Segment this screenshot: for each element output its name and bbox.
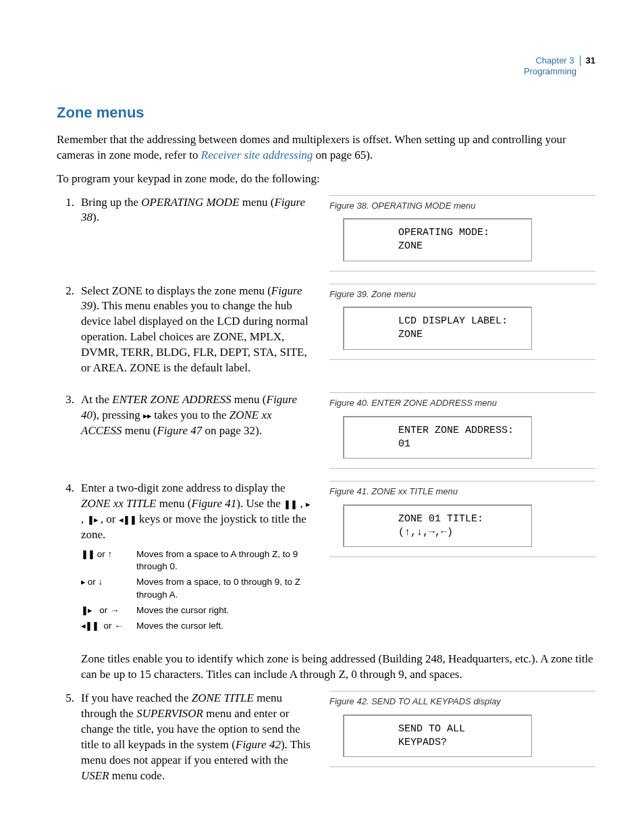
rule	[329, 271, 595, 271]
intro-paragraph: Remember that the addressing between dom…	[57, 132, 595, 163]
figure-40-caption: Figure 40. ENTER ZONE ADDRESS menu	[329, 392, 595, 409]
pause-icon: ❚❚	[284, 499, 297, 509]
section-title: Zone menus	[57, 103, 595, 123]
step-forward-icon: ❚▸	[81, 605, 92, 615]
key-row-left: ◂❚❚ or ← Moves the cursor left.	[81, 620, 313, 632]
figure-42-caption: Figure 42. SEND TO ALL KEYPADS display	[329, 691, 595, 708]
key-row-right: ❚▸ or → Moves the cursor right.	[81, 604, 313, 617]
figure-41-lcd: ZONE 01 TITLE: (↑,↓,→,←)	[343, 504, 532, 548]
rule	[329, 359, 595, 360]
figure-42-lcd: SEND TO ALL KEYPADS?	[343, 714, 532, 758]
figure-38-caption: Figure 38. OPERATING MODE menu	[329, 195, 595, 212]
key-row-down: ▸ or ↓ Moves from a space, to 0 through …	[81, 576, 313, 600]
lead-in: To program your keypad in zone mode, do …	[57, 172, 595, 187]
play-icon: ▸	[81, 577, 85, 587]
figure-41-caption: Figure 41. ZONE xx TITLE menu	[329, 481, 595, 498]
xref-link-receiver-site-addressing[interactable]: Receiver site addressing	[201, 149, 313, 161]
note-paragraph: Zone titles enable you to identify which…	[81, 652, 595, 683]
figure-39-lcd: LCD DISPLAY LABEL: ZONE	[343, 307, 532, 350]
step-5: 5. If you have reached the ZONE TITLE me…	[57, 691, 313, 784]
pause-icon: ❚❚	[81, 549, 95, 559]
running-header: Chapter 3 31 Programming	[524, 55, 595, 78]
step-back-icon: ◂❚❚	[81, 621, 99, 631]
header-chapter: Chapter 3	[535, 55, 574, 66]
step-forward-icon: ❚▸	[87, 515, 98, 525]
header-section: Programming	[524, 66, 595, 77]
rule	[329, 766, 595, 767]
step-1: 1. Bring up the OPERATING MODE menu (Fig…	[57, 195, 313, 226]
rule	[329, 468, 595, 469]
step-3: 3. At the ENTER ZONE ADDRESS menu (Figur…	[57, 392, 313, 439]
figure-39-caption: Figure 39. Zone menu	[329, 284, 595, 301]
header-separator	[580, 55, 581, 66]
figure-40-lcd: ENTER ZONE ADDRESS: 01	[343, 416, 532, 459]
fast-forward-icon: ▸▸	[143, 411, 151, 421]
step-4: 4. Enter a two-digit zone address to dis…	[57, 481, 313, 635]
play-icon: ▸	[306, 499, 310, 509]
rule	[329, 556, 595, 557]
key-row-up: ❚❚ or ↑ Moves from a space to A through …	[81, 548, 313, 573]
key-legend-table: ❚❚ or ↑ Moves from a space to A through …	[81, 548, 313, 632]
page-number: 31	[586, 55, 595, 66]
step-back-icon: ◂❚❚	[119, 515, 136, 525]
step-2: 2. Select ZONE to displays the zone menu…	[57, 284, 313, 377]
figure-38-lcd: OPERATING MODE: ZONE	[343, 218, 532, 261]
